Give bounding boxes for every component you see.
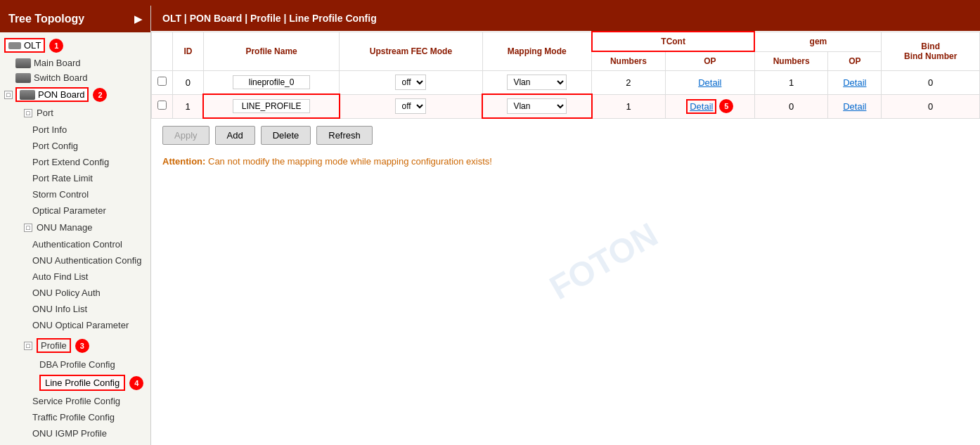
sidebar-item-onu-igmp-profile[interactable]: ONU IGMP Profile	[0, 425, 150, 441]
sidebar-item-port-info[interactable]: Port Info	[0, 122, 150, 138]
row1-tcont-detail-btn[interactable]: Detail	[686, 99, 716, 114]
sidebar-item-storm-control[interactable]: Storm Control	[0, 186, 150, 202]
row1-profile-name-input[interactable]	[233, 99, 310, 113]
sidebar-collapse-arrow[interactable]: ▶	[134, 13, 142, 25]
row0-gem-op: Detail	[828, 71, 882, 95]
olt-item[interactable]: OLT	[4, 38, 45, 53]
pon-board-item[interactable]: PON Board	[15, 87, 89, 102]
sidebar-item-traffic-profile-config[interactable]: Traffic Profile Config	[0, 409, 150, 425]
breadcrumb: OLT | PON Board | Profile | Line Profile…	[151, 6, 980, 31]
pon-expand-box[interactable]: □	[4, 91, 13, 99]
switch-board-label: Switch Board	[34, 72, 88, 83]
olt-icon	[8, 42, 21, 49]
apply-button[interactable]: Apply	[162, 126, 209, 145]
row1-gem-detail-btn[interactable]: Detail	[843, 101, 866, 112]
delete-button[interactable]: Delete	[261, 126, 311, 145]
row1-checkbox[interactable]	[157, 101, 167, 110]
sidebar-item-port-config[interactable]: Port Config	[0, 138, 150, 154]
th-id: ID	[173, 32, 204, 71]
sidebar-olt-row: OLT 1	[0, 35, 150, 56]
row1-id: 1	[173, 94, 204, 118]
sidebar-item-auto-find-list[interactable]: Auto Find List	[0, 269, 150, 285]
port-expand-box[interactable]: □	[24, 109, 32, 117]
row0-mapping-select[interactable]: Vlan Gem TcontGem	[507, 75, 567, 90]
row0-profile-name	[203, 71, 340, 95]
sidebar-content: OLT 1 Main Board Switch Board □ PON Boar…	[0, 32, 150, 445]
sidebar-item-line-profile-config-row[interactable]: Line Profile Config 4	[0, 373, 150, 393]
profile-section-header[interactable]: □ Profile 3	[20, 335, 150, 356]
main-board-icon	[15, 58, 31, 68]
th-profile-name: Profile Name	[203, 32, 340, 71]
sidebar-item-onu-policy-auth[interactable]: ONU Policy Auth	[0, 285, 150, 301]
olt-badge: 1	[49, 39, 63, 53]
olt-label: OLT	[24, 40, 41, 51]
row1-tcont-numbers: 1	[592, 94, 665, 118]
th-tcont-op: OP	[665, 51, 754, 71]
row1-gem-numbers: 0	[754, 94, 827, 118]
table-row: 1 off on	[152, 94, 980, 118]
line-profile-badge: 4	[129, 376, 143, 390]
row1-mapping-select[interactable]: Vlan Gem TcontGem	[507, 98, 567, 114]
row1-upstream-select[interactable]: off on	[395, 98, 426, 114]
sidebar-header: Tree Topology ▶	[0, 6, 150, 32]
sidebar-item-dba-profile-config[interactable]: DBA Profile Config	[0, 356, 150, 373]
sidebar-item-onu-optical-param[interactable]: ONU Optical Parameter	[0, 317, 150, 333]
detail-badge: 5	[719, 99, 733, 113]
refresh-button[interactable]: Refresh	[316, 126, 373, 145]
line-profile-config-highlight[interactable]: Line Profile Config	[39, 375, 125, 391]
attention-bar: Attention: Can not modify the mapping mo…	[151, 152, 980, 171]
profile-section-label: Profile	[41, 340, 67, 351]
th-checkbox	[152, 32, 173, 71]
port-section-label: Port	[37, 108, 53, 118]
row0-gem-numbers: 1	[754, 71, 827, 95]
row0-checkbox[interactable]	[157, 77, 167, 86]
attention-label: Attention:	[162, 156, 205, 167]
pon-board-label: PON Board	[38, 89, 84, 100]
sidebar-item-service-profile-config[interactable]: Service Profile Config	[0, 393, 150, 409]
port-section-header[interactable]: □ Port	[20, 104, 150, 122]
sidebar-title: Tree Topology	[8, 13, 84, 25]
th-bind-number: BindBind Number	[882, 32, 980, 71]
onu-expand-box[interactable]: □	[24, 224, 32, 232]
row0-tcont-detail-btn[interactable]: Detail	[698, 77, 721, 88]
add-button[interactable]: Add	[215, 126, 255, 145]
main-board-label: Main Board	[34, 58, 80, 68]
line-profile-config-label: Line Profile Config	[45, 378, 120, 388]
row1-bind-number: 0	[882, 94, 980, 118]
sidebar-item-port-rate-limit[interactable]: Port Rate Limit	[0, 170, 150, 186]
watermark: FOTON	[543, 215, 664, 307]
row0-gem-detail-btn[interactable]: Detail	[843, 77, 866, 88]
sidebar-item-onu-info-list[interactable]: ONU Info List	[0, 301, 150, 317]
top-bar	[0, 0, 980, 6]
row1-mapping-mode: Vlan Gem TcontGem	[482, 94, 592, 118]
onu-section-label: ONU Manage	[37, 222, 92, 233]
pon-board-icon	[20, 90, 35, 100]
pon-board-row: □ PON Board 2	[0, 85, 150, 104]
sidebar-item-optical-parameter[interactable]: Optical Parameter	[0, 202, 150, 219]
main-content: FOTON ID Profile Name Upstream FEC Mode …	[151, 31, 980, 445]
pon-board-badge: 2	[93, 88, 107, 102]
sidebar-item-onu-auth-config[interactable]: ONU Authentication Config	[0, 252, 150, 269]
onu-manage-section-header[interactable]: □ ONU Manage	[20, 219, 150, 236]
switch-board-icon	[15, 73, 31, 83]
row0-upstream-select[interactable]: off on	[395, 75, 426, 90]
row0-profile-name-input[interactable]	[233, 75, 310, 89]
row1-gem-op: Detail	[828, 94, 882, 118]
row0-tcont-numbers: 2	[592, 71, 665, 95]
profile-section-highlight: Profile	[37, 338, 71, 353]
th-gem-group: gem	[754, 32, 881, 51]
sidebar-switch-board[interactable]: Switch Board	[11, 70, 150, 85]
th-tcont-group: TCont	[592, 32, 755, 51]
attention-message: Can not modify the mapping mode while ma…	[208, 156, 492, 167]
th-gem-numbers: Numbers	[754, 51, 827, 71]
row1-profile-name	[203, 94, 340, 118]
profile-expand-box[interactable]: □	[24, 342, 32, 350]
profile-badge: 3	[75, 339, 89, 353]
row0-upstream-fec: off on	[340, 71, 482, 95]
sidebar-item-auth-control[interactable]: Authentication Control	[0, 236, 150, 252]
sidebar-main-board[interactable]: Main Board	[11, 56, 150, 70]
th-upstream-fec: Upstream FEC Mode	[340, 32, 482, 71]
sidebar: Tree Topology ▶ OLT 1 Main Board Switch …	[0, 6, 151, 445]
sidebar-item-port-extend-config[interactable]: Port Extend Config	[0, 154, 150, 170]
table-container: ID Profile Name Upstream FEC Mode Mappin…	[151, 31, 980, 119]
